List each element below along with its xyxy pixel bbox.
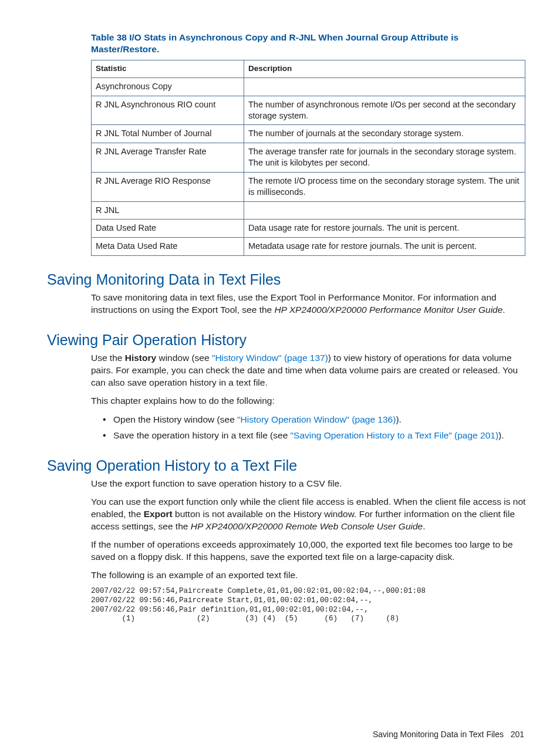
paragraph: The following is an example of an export… xyxy=(91,569,527,582)
cell: Meta Data Used Rate xyxy=(92,238,244,256)
paragraph: To save monitoring data in text files, u… xyxy=(91,292,527,316)
table-row: R JNL Average Transfer RateThe average t… xyxy=(92,143,525,173)
paragraph: If the number of operations exceeds appr… xyxy=(91,539,527,563)
cell: R JNL Average Transfer Rate xyxy=(92,143,244,173)
text: Use the xyxy=(91,353,125,363)
cell: R JNL Average RIO Response xyxy=(92,172,244,201)
bold-text: Export xyxy=(144,509,173,519)
text: . xyxy=(423,521,425,531)
cell: Metadata usage rate for restore journals… xyxy=(244,238,525,256)
table-row: R JNL xyxy=(92,201,525,220)
table-row: R JNL Total Number of JournalThe number … xyxy=(92,125,525,143)
page-footer: Saving Monitoring Data in Text Files 201 xyxy=(47,730,527,739)
table-caption: Table 38 I/O Stats in Asynchronous Copy … xyxy=(91,32,527,55)
cell xyxy=(244,77,525,96)
table-row: R JNL Asynchronous RIO countThe number o… xyxy=(92,96,525,125)
cell: Asynchronous Copy xyxy=(92,77,244,96)
cell: The average transfer rate for journals i… xyxy=(244,143,525,173)
paragraph: Use the export function to save operatio… xyxy=(91,478,527,490)
text: ). xyxy=(498,430,504,440)
text: . xyxy=(502,305,505,315)
table-row: Data Used RateData usage rate for restor… xyxy=(92,220,525,238)
text: Open the History window (see xyxy=(113,414,237,424)
link-history-window[interactable]: "History Window" (page 137) xyxy=(212,353,328,363)
io-stats-table: Statistic Description Asynchronous Copy … xyxy=(91,60,525,256)
cell: R JNL Total Number of Journal xyxy=(92,125,244,143)
table-row: Asynchronous Copy xyxy=(92,77,525,96)
table-header-description: Description xyxy=(244,60,525,78)
bullet-list: Open the History window (see "History Op… xyxy=(103,413,527,442)
code-sample: 2007/02/22 09:57:54,Paircreate Complete,… xyxy=(91,587,527,624)
paragraph: Use the History window (see "History Win… xyxy=(91,352,527,389)
cell: Data Used Rate xyxy=(92,220,244,238)
footer-page-number: 201 xyxy=(511,730,524,739)
link-history-operation-window[interactable]: "History Operation Window" (page 136) xyxy=(237,414,396,424)
text: Save the operation history in a text fil… xyxy=(113,430,291,440)
table-row: R JNL Average RIO ResponseThe remote I/O… xyxy=(92,172,525,201)
table-header-statistic: Statistic xyxy=(92,60,244,78)
cell: The number of asynchronous remote I/Os p… xyxy=(244,96,525,125)
table-row: Meta Data Used RateMetadata usage rate f… xyxy=(92,238,525,256)
bold-text: History xyxy=(125,353,156,363)
cell: The remote I/O process time on the secon… xyxy=(244,172,525,201)
doc-title-italic: HP XP24000/XP20000 Performance Monitor U… xyxy=(274,305,502,315)
footer-label: Saving Monitoring Data in Text Files xyxy=(373,730,504,739)
paragraph: You can use the export function only whi… xyxy=(91,496,527,533)
heading-saving-operation-history: Saving Operation History to a Text File xyxy=(47,457,527,474)
text: ). xyxy=(396,414,401,424)
heading-saving-monitoring-data: Saving Monitoring Data in Text Files xyxy=(47,271,527,288)
heading-viewing-pair-operation-history: Viewing Pair Operation History xyxy=(47,332,527,349)
cell: The number of journals at the secondary … xyxy=(244,125,525,143)
text: window (see xyxy=(156,353,212,363)
cell: R JNL Asynchronous RIO count xyxy=(92,96,244,125)
cell: R JNL xyxy=(92,201,244,220)
cell xyxy=(244,201,525,220)
paragraph: This chapter explains how to do the foll… xyxy=(91,395,527,407)
doc-title-italic: HP XP24000/XP20000 Remote Web Console Us… xyxy=(191,521,423,531)
link-saving-operation-history[interactable]: "Saving Operation History to a Text File… xyxy=(291,430,498,440)
list-item: Open the History window (see "History Op… xyxy=(103,413,527,426)
cell: Data usage rate for restore journals. Th… xyxy=(244,220,525,238)
list-item: Save the operation history in a text fil… xyxy=(103,429,527,442)
